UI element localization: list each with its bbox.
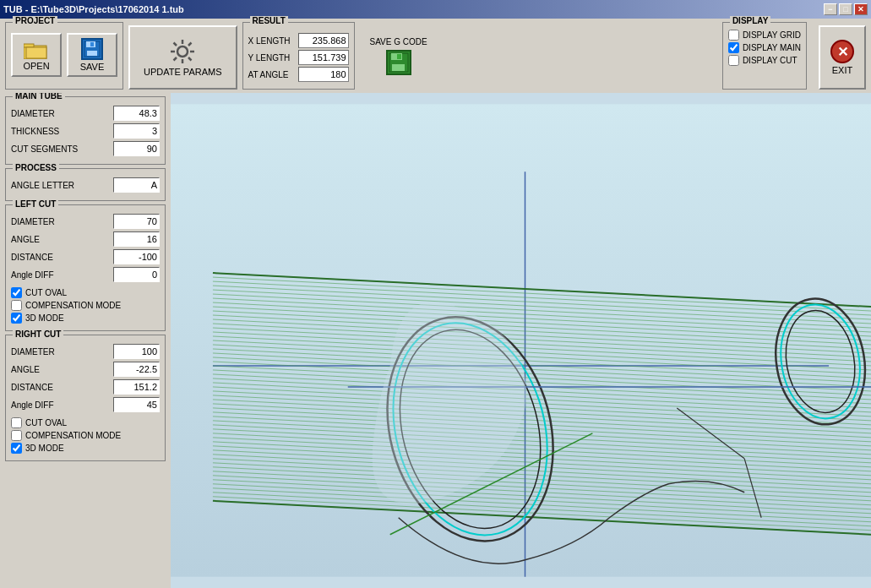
svg-rect-19 [397,54,401,59]
lc-angle-row: ANGLE [11,231,160,247]
rc-compensation-checkbox[interactable] [11,430,22,441]
rc-compensation-row: COMPENSATION MODE [11,430,160,441]
rc-cut-oval-row: CUT OVAL [11,417,160,428]
right-cut-title: RIGHT CUT [13,329,63,339]
lc-3d-mode-checkbox[interactable] [11,313,22,324]
process-title: PROCESS [13,163,59,172]
lc-angle-diff-input[interactable] [113,267,160,282]
main-cut-segments-input[interactable] [113,141,160,156]
rc-3d-mode-row: 3D MODE [11,443,160,454]
x-length-input[interactable] [298,33,349,48]
save-button[interactable]: SAVE [67,33,117,77]
open-folder-icon [24,39,49,59]
gear-icon [169,38,196,65]
display-cut-checkbox[interactable] [728,55,739,66]
svg-rect-2 [26,47,46,58]
lc-compensation-checkbox[interactable] [11,300,22,311]
y-length-input[interactable] [298,50,349,65]
svg-line-12 [174,43,177,46]
display-grid-checkbox[interactable] [728,30,739,41]
svg-rect-1 [24,44,34,47]
display-main-row: DISPLAY MAIN [728,42,801,53]
left-cut-fields: DIAMETER ANGLE DISTANCE Angle DIFF [11,210,160,324]
display-main-label: DISPLAY MAIN [743,43,801,52]
rc-cut-oval-checkbox[interactable] [11,417,22,428]
rc-compensation-label: COMPENSATION MODE [25,431,121,440]
main-thickness-input[interactable] [113,123,160,139]
left-cut-group: LEFT CUT DIAMETER ANGLE DISTANCE [5,204,166,331]
y-length-row: Y LENGTH [248,50,349,65]
svg-rect-18 [392,64,405,71]
display-main-checkbox[interactable] [728,42,739,53]
top-bar: PROJECT OPEN [0,19,871,93]
cut-segments-row: CUT SEGMENTS [11,141,160,156]
maximize-button[interactable]: □ [839,3,852,15]
main-tube-group: MAIN TUBE DIAMETER THICKNESS CUT SEGMENT… [5,96,166,165]
lc-diameter-input[interactable] [113,214,160,229]
window-close-button[interactable]: ✕ [854,3,868,15]
diameter-row: DIAMETER [11,106,160,121]
display-options: DISPLAY GRID DISPLAY MAIN DISPLAY CUT [728,26,801,66]
project-group-title: PROJECT [13,16,57,25]
thickness-row: THICKNESS [11,123,160,139]
rc-distance-row: DISTANCE [11,379,160,395]
lc-angle-input[interactable] [113,231,160,247]
display-cut-row: DISPLAY CUT [728,55,801,66]
tube-visualization-svg [171,93,871,588]
svg-rect-6 [90,42,94,46]
lc-angle-diff-row: Angle DIFF [11,267,160,282]
rc-angle-diff-row: Angle DIFF [11,397,160,412]
exit-button[interactable]: ✕ EXIT [819,25,866,90]
rc-diameter-input[interactable] [113,344,160,359]
right-cut-group: RIGHT CUT DIAMETER ANGLE DISTANCE [5,335,166,461]
left-cut-title: LEFT CUT [13,199,58,209]
display-grid-row: DISPLAY GRID [728,30,801,41]
lc-distance-input[interactable] [113,249,160,264]
process-fields: ANGLE LETTER [11,174,160,193]
rc-cut-oval-label: CUT OVAL [25,418,67,427]
rc-distance-input[interactable] [113,379,160,395]
x-length-row: X LENGTH [248,33,349,48]
svg-rect-21 [171,104,871,576]
main-diameter-input[interactable] [113,106,160,121]
svg-line-14 [188,43,192,46]
save-gcode-button[interactable] [373,50,424,75]
svg-point-7 [177,46,188,57]
rc-diameter-row: DIAMETER [11,344,160,359]
project-group: PROJECT OPEN [5,22,123,90]
lc-distance-row: DISTANCE [11,249,160,264]
lc-cut-oval-row: CUT OVAL [11,287,160,298]
display-cut-label: DISPLAY CUT [743,56,798,65]
save-gcode-icon [386,50,411,75]
lc-cut-oval-label: CUT OVAL [25,288,67,297]
angle-letter-input[interactable] [113,177,160,193]
content-area: MAIN TUBE DIAMETER THICKNESS CUT SEGMENT… [0,93,871,588]
update-params-button[interactable]: UPDATE PARAMS [128,25,237,90]
rc-3d-mode-label: 3D MODE [25,444,64,453]
lc-3d-mode-label: 3D MODE [25,313,64,323]
visualization-area [171,93,871,588]
angle-letter-row: ANGLE LETTER [11,177,160,193]
main-window: PROJECT OPEN [0,19,871,588]
exit-icon: ✕ [830,40,854,63]
minimize-button[interactable]: − [824,3,837,15]
lc-checkboxes: CUT OVAL COMPENSATION MODE 3D MODE [11,287,160,324]
at-angle-row: AT ANGLE [248,67,349,82]
svg-rect-5 [87,51,97,56]
rc-3d-mode-checkbox[interactable] [11,443,22,454]
rc-angle-diff-input[interactable] [113,397,160,412]
svg-line-15 [174,57,177,61]
display-group-title: DISPLAY [730,16,770,25]
main-tube-fields: DIAMETER THICKNESS CUT SEGMENTS [11,102,160,156]
right-cut-fields: DIAMETER ANGLE DISTANCE Angle DIFF [11,340,160,454]
display-group: DISPLAY DISPLAY GRID DISPLAY MAIN DISPLA… [722,22,807,90]
lc-cut-oval-checkbox[interactable] [11,287,22,298]
save-gcode-label: SAVE G CODE [370,37,427,46]
rc-angle-input[interactable] [113,362,160,377]
result-fields: X LENGTH Y LENGTH AT ANGLE [248,26,349,84]
open-button[interactable]: OPEN [11,33,62,77]
rc-angle-row: ANGLE [11,362,160,377]
at-angle-input[interactable] [298,67,349,82]
rc-checkboxes: CUT OVAL COMPENSATION MODE 3D MODE [11,417,160,454]
title-text: TUB - E:\Tube3D\Projects\17062014 1.tub [3,4,184,14]
